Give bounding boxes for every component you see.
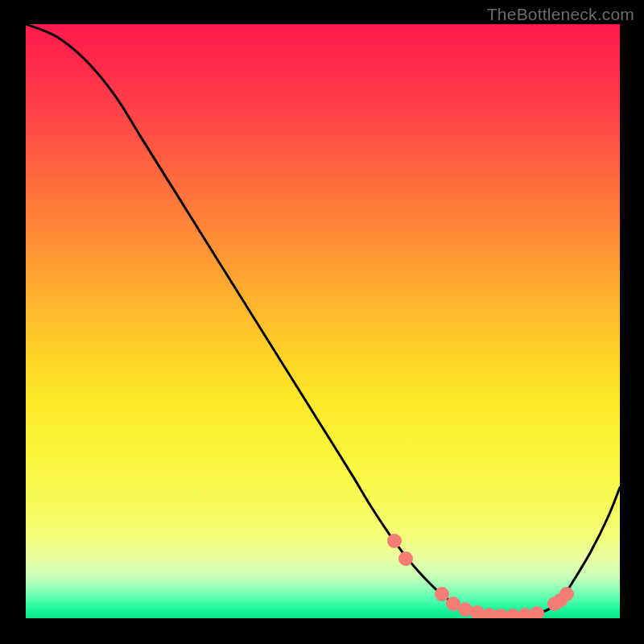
marker-dot [387,534,402,548]
chart-stage: TheBottleneck.com [0,0,644,644]
marker-dot [530,606,544,618]
marker-dot [559,587,574,601]
bottleneck-curve [26,24,620,616]
curve-layer [26,24,620,618]
plot-area [26,24,620,618]
watermark-text: TheBottleneck.com [487,5,634,24]
